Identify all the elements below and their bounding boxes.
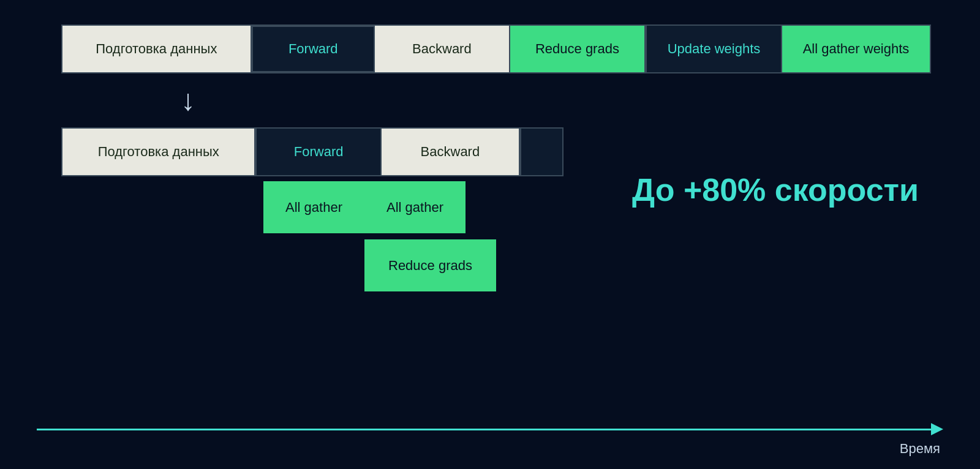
reduce-top-label: Reduce grads — [535, 41, 619, 57]
block-prep-bottom: Подготовка данных — [62, 129, 255, 175]
arrow-container: ↓ — [61, 86, 931, 115]
prep-top-label: Подготовка данных — [96, 41, 217, 57]
prep-bottom-label: Подготовка данных — [98, 144, 219, 160]
timeline-line — [37, 429, 931, 430]
block-backward-bottom: Backward — [382, 129, 520, 175]
main-container: Подготовка данных Forward Backward Reduc… — [0, 0, 980, 469]
block-prep-top: Подготовка данных — [62, 26, 252, 72]
allgather1-label: All gather — [285, 200, 342, 216]
box-allgather1: All gather — [263, 181, 364, 233]
block-forward-bottom: Forward — [255, 129, 382, 175]
speed-text: До +80% скорости — [632, 171, 919, 208]
timeline-arrow-icon — [931, 423, 943, 435]
speed-label: До +80% скорости — [632, 172, 919, 208]
overlap-container: All gather All gather Reduce grads — [61, 181, 564, 304]
top-row: Подготовка данных Forward Backward Reduc… — [61, 24, 931, 73]
down-arrow: ↓ — [181, 86, 195, 115]
block-forward-top: Forward — [252, 26, 375, 72]
block-update-top: Update weights — [646, 26, 782, 72]
bottom-row: Подготовка данных Forward Backward — [61, 127, 564, 176]
bottom-section: Подготовка данных Forward Backward All g… — [61, 127, 931, 304]
block-allgather-top: All gather weights — [782, 26, 930, 72]
box-allgather2: All gather — [364, 181, 466, 233]
backward-top-label: Backward — [412, 41, 472, 57]
reduce-overlap-label: Reduce grads — [388, 258, 472, 274]
forward-top-label: Forward — [288, 41, 338, 57]
backward-bottom-label: Backward — [421, 144, 480, 160]
block-small-dark — [520, 129, 562, 175]
allgather-top-label: All gather weights — [803, 41, 910, 57]
box-reduce: Reduce grads — [364, 239, 496, 291]
allgather2-label: All gather — [386, 200, 443, 216]
update-top-label: Update weights — [668, 41, 761, 57]
forward-bottom-label: Forward — [294, 144, 344, 160]
block-reduce-top: Reduce grads — [510, 26, 646, 72]
timeline-label: Время — [900, 441, 940, 457]
block-backward-top: Backward — [375, 26, 510, 72]
timeline-container — [37, 423, 943, 435]
